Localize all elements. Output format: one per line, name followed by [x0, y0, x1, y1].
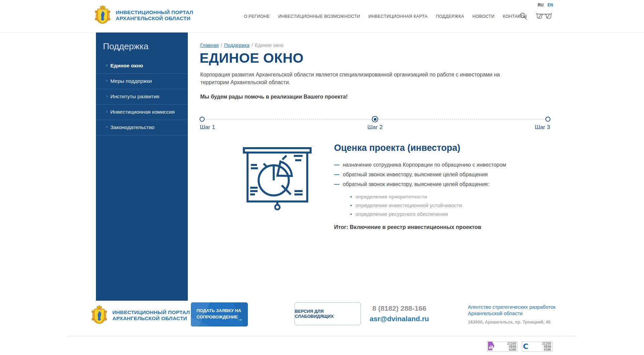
dot-bullet: • [350, 202, 356, 209]
footer-logo[interactable]: ИНВЕСТИЦИОННЫЙ ПОРТАЛ АРХАНГЕЛЬСКОЙ ОБЛА… [92, 305, 190, 326]
apply-support-button[interactable]: ПОДАТЬ ЗАЯВКУ НА СОПРОВОЖДЕНИЕ → [191, 302, 248, 327]
list-item: •определение ресурсного обеспечения [350, 211, 462, 217]
list-item: •определение приоритетности [350, 194, 462, 200]
sidebar-item-single-window[interactable]: › Единое окно [96, 58, 188, 74]
sidebar-item-label: Инвестиционная комиссия [110, 109, 175, 115]
breadcrumb: Главная/Поддержка/Единое окно [200, 43, 283, 48]
footer-contacts: 8 (8182) 288-166 asr@dvinaland.ru [367, 304, 432, 323]
apply-support-button-label: ПОДАТЬ ЗАЯВКУ НА СОПРОВОЖДЕНИЕ [197, 308, 241, 319]
step-3-dot [545, 117, 550, 122]
sidebar-support: Поддержка › Единое окно › Меры поддержки… [96, 33, 188, 301]
site-logo[interactable]: ИНВЕСТИЦИОННЫЙ ПОРТАЛ АРХАНГЕЛЬСКОЙ ОБЛА… [95, 5, 193, 26]
sidebar-item-label: Единое окно [110, 63, 143, 68]
step-1-dot [200, 117, 205, 122]
sidebar-item-legislation[interactable]: › Законодательство [96, 120, 188, 135]
c-letter-counter-icon: C [523, 343, 528, 350]
step-2-label: Шаг 2 [367, 124, 382, 131]
coat-of-arms-icon [95, 5, 110, 26]
email-link[interactable]: asr@dvinaland.ru [367, 315, 432, 323]
intro-paragraph: Корпорация развития Архангельской област… [200, 71, 504, 86]
sidebar-title: Поддержка [96, 41, 188, 58]
nav-item-region[interactable]: О РЕГИОНЕ [244, 14, 270, 19]
list-item: —обратный звонок инвестору, выяснение це… [334, 171, 506, 178]
sidebar-item-label: Меры поддержки [110, 78, 152, 84]
sub-bullet-list: •определение приоритетности •определение… [350, 194, 462, 220]
breadcrumb-current: Единое окно [255, 43, 283, 48]
breadcrumb-separator: / [221, 43, 222, 48]
nav-item-map[interactable]: ИНВЕСТИЦИОННАЯ КАРТА [368, 14, 427, 19]
presentation-pie-chart-icon [243, 145, 312, 212]
step-2-dot-active [372, 116, 378, 122]
page-title: ЕДИНОЕ ОКНО [200, 50, 304, 66]
dot-bullet: • [350, 194, 356, 200]
liveinternet-counter-badge[interactable]: 21500 4848 4386 [487, 342, 518, 352]
agency-link[interactable]: Агентство стратегических разработок Арха… [468, 304, 564, 316]
visually-impaired-version-button[interactable]: ВЕРСИЯ ДЛЯ СЛАБОВИДЯЩИХ [294, 302, 361, 325]
phone-link[interactable]: 8 (8182) 288-166 [367, 304, 432, 312]
sidebar-item-label: Институты развития [110, 94, 159, 99]
chevron-right-icon: › [106, 77, 108, 83]
chevron-right-icon: › [106, 93, 108, 99]
sidebar-item-label: Законодательство [110, 124, 154, 130]
agency-block: Агентство стратегических разработок Арха… [468, 304, 564, 324]
sidebar-item-investment-commission[interactable]: › Инвестиционная комиссия [96, 105, 188, 120]
dot-bullet: • [350, 211, 356, 217]
site-logo-text: ИНВЕСТИЦИОННЫЙ ПОРТАЛ АРХАНГЕЛЬСКОЙ ОБЛА… [116, 9, 193, 21]
intro-bold-line: Мы будем рады помочь в реализации Вашего… [200, 94, 347, 100]
page: ИНВЕСТИЦИОННЫЙ ПОРТАЛ АРХАНГЕЛЬСКОЙ ОБЛА… [0, 0, 644, 355]
dash-bullet: — [334, 181, 343, 187]
coat-of-arms-icon [92, 305, 107, 326]
visually-impaired-version-label: ВЕРСИЯ ДЛЯ СЛАБОВИДЯЩИХ [295, 309, 361, 319]
lang-ru[interactable]: RU [538, 3, 543, 7]
list-item: —назначение сотрудника Корпорации по обр… [334, 162, 506, 168]
header: ИНВЕСТИЦИОННЫЙ ПОРТАЛ АРХАНГЕЛЬСКОЙ ОБЛА… [0, 0, 644, 33]
step-3-label: Шаг 3 [535, 124, 550, 131]
search-icon[interactable] [519, 12, 527, 21]
dash-bullet: — [334, 162, 343, 168]
sidebar-item-support-measures[interactable]: › Меры поддержки [96, 74, 188, 89]
footer-divider [68, 336, 576, 336]
agency-address: 163000, Архангельск, пр. Троицкий, 45 [468, 319, 564, 324]
chevron-right-icon: › [106, 108, 108, 114]
sputnik-counter-badge[interactable]: C 21500 4848 4386 [522, 342, 553, 352]
breadcrumb-separator: / [252, 43, 253, 48]
steps-progress: Шаг 1 Шаг 2 Шаг 3 [200, 115, 550, 131]
dash-bullet: — [334, 171, 343, 178]
step-1-label: Шаг 1 [200, 124, 215, 131]
nav-item-opportunities[interactable]: ИНВЕСТИЦИОННЫЕ ВОЗМОЖНОСТИ [278, 14, 360, 19]
chevron-right-icon: › [106, 62, 108, 68]
sidebar-item-development-institutes[interactable]: › Институты развития [96, 89, 188, 105]
section-heading: Оценка проекта (инвестора) [334, 143, 460, 153]
lang-en[interactable]: EN [547, 3, 553, 7]
list-item: •определение инвестиционной устойчивости [350, 202, 462, 209]
nav-item-support[interactable]: ПОДДЕРЖКА [436, 14, 464, 19]
list-item: —обратный звонок инвестору, выяснение це… [334, 181, 506, 187]
language-switcher: RU EN [538, 3, 553, 7]
arrow-right-icon: → [237, 316, 243, 322]
nav-item-news[interactable]: НОВОСТИ [473, 14, 495, 19]
accessibility-glasses-icon[interactable] [536, 12, 552, 21]
bar-chart-counter-icon [488, 342, 494, 352]
breadcrumb-home[interactable]: Главная [200, 43, 219, 48]
breadcrumb-support[interactable]: Поддержка [224, 43, 250, 48]
footer-logo-text: ИНВЕСТИЦИОННЫЙ ПОРТАЛ АРХАНГЕЛЬСКОЙ ОБЛА… [112, 309, 190, 321]
counter-values: 21500 4848 4386 [542, 342, 551, 351]
dash-list: —назначение сотрудника Корпорации по обр… [334, 162, 506, 191]
chevron-right-icon: › [106, 124, 108, 129]
main-nav: О РЕГИОНЕ ИНВЕСТИЦИОННЫЕ ВОЗМОЖНОСТИ ИНВ… [244, 0, 527, 33]
result-line: Итог: Включение в реестр инвестиционных … [334, 224, 481, 230]
counter-values: 21500 4848 4386 [507, 342, 516, 351]
